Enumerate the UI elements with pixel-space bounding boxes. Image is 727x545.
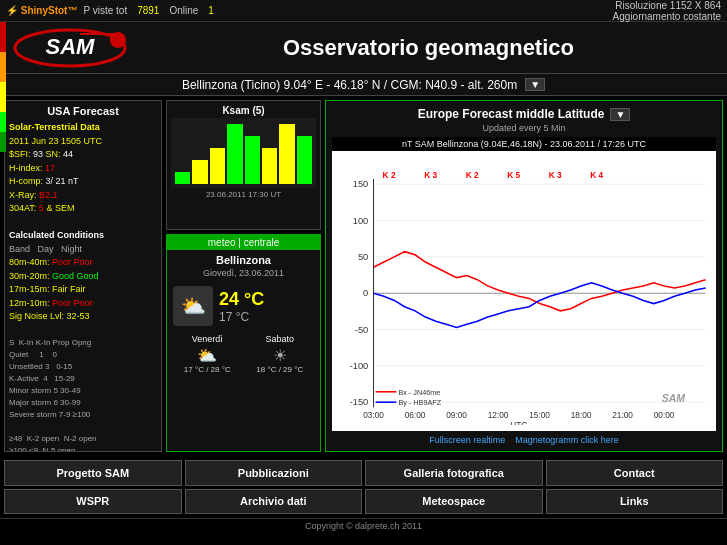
solar-date: 2011 Jun 23 1505 UTC bbox=[9, 135, 157, 149]
magnetogram-svg: 150 100 50 0 -50 -100 -150 03:00 06:00 0… bbox=[332, 151, 716, 425]
nav-galleria[interactable]: Galleria fotografica bbox=[365, 460, 543, 486]
right-panel: Europe Forecast middle Latitude ▼ Update… bbox=[325, 100, 723, 452]
svg-rect-7 bbox=[0, 112, 6, 132]
meteo-current: ⛅ 24 °C 17 °C bbox=[173, 282, 314, 330]
calc-conditions: Calculated Conditions bbox=[9, 229, 157, 243]
svg-text:0: 0 bbox=[363, 288, 368, 298]
usa-forecast-title: USA Forecast bbox=[9, 105, 157, 117]
svg-text:50: 50 bbox=[358, 252, 368, 262]
page-title: Osservatorio geomagnetico bbox=[140, 35, 717, 61]
svg-text:UTC: UTC bbox=[510, 420, 527, 425]
fullscreen-link[interactable]: Fullscreen realtime bbox=[429, 435, 505, 445]
top-bar: ⚡ ShinyStot™ P viste tot 7891 Online 1 R… bbox=[0, 0, 727, 22]
nav-archivio[interactable]: Archivio dati bbox=[185, 489, 363, 515]
ksam-box: Ksam (5) 23.06.2011 17:30 UT bbox=[166, 100, 321, 230]
ksam-title: Ksam (5) bbox=[222, 105, 264, 116]
aurora-100: ≥100 <8 N-5 open bbox=[9, 445, 157, 452]
h-index: H-index: 17 bbox=[9, 162, 157, 176]
svg-text:K 4: K 4 bbox=[590, 170, 603, 180]
sig-noise: Sig Noise Lvl: 32-53 bbox=[9, 310, 157, 324]
ksam-chart bbox=[171, 118, 316, 188]
svg-text:15:00: 15:00 bbox=[529, 410, 550, 420]
logo-area: SAM bbox=[10, 26, 140, 70]
svg-text:By - HB9AFZ: By - HB9AFZ bbox=[398, 398, 441, 407]
brand-name: ShinyStot bbox=[21, 5, 68, 16]
p-viste-value: 7891 bbox=[137, 5, 159, 16]
svg-text:-50: -50 bbox=[355, 325, 368, 335]
svg-text:100: 100 bbox=[353, 216, 369, 226]
svg-text:SAM: SAM bbox=[662, 393, 685, 404]
online-value: 1 bbox=[208, 5, 214, 16]
nav-pubblicazioni[interactable]: Pubblicazioni bbox=[185, 460, 363, 486]
svg-text:150: 150 bbox=[353, 179, 369, 189]
ksam-timestamp: 23.06.2011 17:30 UT bbox=[206, 190, 281, 199]
mag-title: nT SAM Bellinzona (9.04E,46.18N) - 23.06… bbox=[332, 137, 716, 151]
temp-readings: 24 °C 17 °C bbox=[219, 289, 264, 324]
europe-forecast-title: Europe Forecast middle Latitude ▼ bbox=[332, 107, 716, 121]
storm-quiet: Quiet 1 0 bbox=[9, 349, 157, 361]
online-label: Online bbox=[169, 5, 198, 16]
footer: Copyright © dalprete.ch 2011 bbox=[0, 518, 727, 533]
ksam-bar-0 bbox=[175, 172, 190, 184]
night-temp: 17 °C bbox=[219, 310, 264, 324]
top-bar-left: ⚡ ShinyStot™ P viste tot 7891 Online 1 bbox=[6, 5, 214, 16]
nav-contact[interactable]: Contact bbox=[546, 460, 724, 486]
x-ray: X-Ray: B2.1 bbox=[9, 189, 157, 203]
svg-rect-4 bbox=[0, 22, 6, 52]
ksam-bar-1 bbox=[192, 160, 207, 184]
nav-links[interactable]: Links bbox=[546, 489, 724, 515]
p-viste-label: P viste tot bbox=[83, 5, 127, 16]
svg-text:18:00: 18:00 bbox=[571, 410, 592, 420]
svg-text:Bx - JN46me: Bx - JN46me bbox=[398, 388, 440, 397]
svg-text:-100: -100 bbox=[350, 361, 369, 371]
nav-progetto-sam[interactable]: Progetto SAM bbox=[4, 460, 182, 486]
location-dropdown[interactable]: ▼ bbox=[525, 78, 545, 91]
ksam-bar-7 bbox=[297, 136, 312, 184]
svg-rect-8 bbox=[0, 132, 6, 152]
location-bar: Bellinzona (Ticino) 9.04° E - 46.18° N /… bbox=[0, 74, 727, 96]
ksam-bar-2 bbox=[210, 148, 225, 184]
ksam-bar-3 bbox=[227, 124, 242, 184]
svg-text:00:00: 00:00 bbox=[654, 410, 675, 420]
forecast-day-1: Venerdì ⛅ 17 °C / 28 °C bbox=[173, 334, 242, 374]
storm-major: Major storm 6 30-99 bbox=[9, 397, 157, 409]
storm-kactive: K-Active 4 15-29 bbox=[9, 373, 157, 385]
storm-header: S K-In K-In Prop Opng bbox=[9, 337, 157, 349]
updated-text: Updated every 5 Min bbox=[332, 123, 716, 133]
shinystat-logo: ⚡ ShinyStot™ bbox=[6, 5, 77, 16]
location-text: Bellinzona (Ticino) 9.04° E - 46.18° N /… bbox=[182, 78, 517, 92]
band-80-40: 80m-40m: Poor Poor bbox=[9, 256, 157, 270]
svg-text:12:00: 12:00 bbox=[488, 410, 509, 420]
h-component: H-comp: 3/ 21 nT bbox=[9, 175, 157, 189]
meteo-header: meteo | centrale bbox=[167, 235, 320, 250]
nav-meteospace[interactable]: Meteospace bbox=[365, 489, 543, 515]
left-panel: USA Forecast Solar-Terrestrial Data 2011… bbox=[4, 100, 162, 452]
storm-minor: Minor storm 5 30-49 bbox=[9, 385, 157, 397]
band-header: Band Day Night bbox=[9, 243, 157, 257]
magnetogram-link[interactable]: Magnetogramm click here bbox=[515, 435, 619, 445]
meteo-box: meteo | centrale Bellinzona Giovedì, 23.… bbox=[166, 234, 321, 452]
shiny-label: ⚡ ShinyStot™ bbox=[6, 5, 77, 16]
day2-icon: ☀ bbox=[246, 346, 315, 365]
europe-title-text: Europe Forecast middle Latitude bbox=[418, 107, 605, 121]
left-accent bbox=[0, 22, 6, 152]
europe-dropdown[interactable]: ▼ bbox=[610, 108, 630, 121]
svg-rect-6 bbox=[0, 82, 6, 112]
svg-text:21:00: 21:00 bbox=[612, 410, 633, 420]
ksam-bar-5 bbox=[262, 148, 277, 184]
top-bar-right: Risoluzione 1152 X 864 Aggiornamento cos… bbox=[613, 0, 721, 22]
svg-text:03:00: 03:00 bbox=[363, 410, 384, 420]
band-12-10: 12m-10m: Poor Poor bbox=[9, 297, 157, 311]
storm-severe: Severe storm 7-9 ≥100 bbox=[9, 409, 157, 421]
current-temp: 24 °C bbox=[219, 289, 264, 310]
day2-temps: 18 °C / 29 °C bbox=[246, 365, 315, 374]
svg-text:K 3: K 3 bbox=[424, 170, 437, 180]
meteo-location: Bellinzona bbox=[173, 254, 314, 266]
svg-text:-150: -150 bbox=[350, 397, 369, 407]
resolution-label: Risoluzione 1152 X 864 bbox=[613, 0, 721, 11]
main-content: USA Forecast Solar-Terrestrial Data 2011… bbox=[0, 96, 727, 456]
header: SAM Osservatorio geomagnetico bbox=[0, 22, 727, 74]
update-label: Aggiornamento costante bbox=[613, 11, 721, 22]
nav-wspr[interactable]: WSPR bbox=[4, 489, 182, 515]
svg-text:SAM: SAM bbox=[46, 34, 96, 59]
